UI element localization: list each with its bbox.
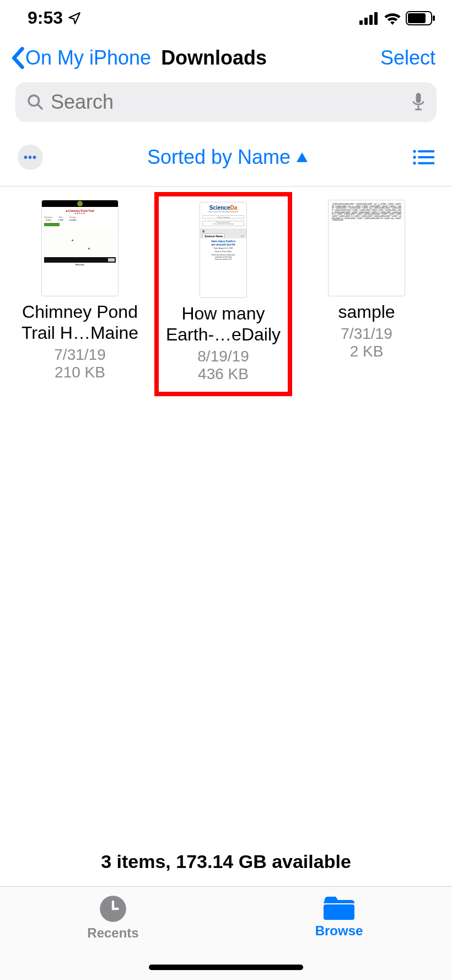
sort-ascending-icon	[296, 152, 308, 163]
status-time: 9:53	[28, 8, 63, 28]
svg-rect-0	[359, 20, 363, 25]
search-icon	[26, 93, 44, 111]
sort-row: ••• Sorted by Name	[0, 130, 452, 185]
svg-rect-6	[433, 15, 435, 21]
file-thumbnail: "\u0000\u0000\u0000\u0000" "\u0000\u0000…	[328, 200, 405, 296]
wifi-icon	[384, 12, 401, 25]
sort-label-text: Sorted by Name	[147, 146, 290, 169]
svg-rect-2	[369, 15, 373, 25]
file-item-sample[interactable]: "\u0000\u0000\u0000\u0000" "\u0000\u0000…	[298, 200, 435, 396]
back-button[interactable]: On My iPhone	[25, 46, 151, 70]
svg-rect-19	[324, 904, 354, 920]
search-field[interactable]	[15, 82, 437, 122]
svg-line-8	[38, 105, 42, 109]
svg-rect-1	[364, 18, 368, 25]
clock-icon	[99, 894, 127, 923]
location-icon	[67, 11, 82, 25]
file-item-how-many-earth[interactable]: ScienceDa Your source for the latest res…	[154, 192, 292, 396]
file-name: Chimney Pond Trail H…Maine	[11, 302, 149, 344]
page-title: Downloads	[161, 46, 267, 70]
microphone-icon[interactable]	[411, 92, 426, 112]
svg-point-16	[413, 162, 416, 164]
svg-point-12	[413, 150, 416, 153]
file-date: 7/31/19	[54, 346, 105, 364]
storage-summary: 3 items, 173.14 GB available	[0, 851, 452, 872]
file-size: 210 KB	[55, 364, 105, 381]
svg-rect-9	[416, 93, 421, 103]
file-size: 2 KB	[350, 343, 384, 360]
battery-icon	[406, 11, 435, 25]
select-button[interactable]: Select	[380, 46, 441, 70]
svg-point-14	[413, 156, 416, 158]
file-grid: ■ Chimney Pond Trail ★★★★★ Distance3.3mi…	[0, 187, 452, 409]
sort-button[interactable]: Sorted by Name	[43, 146, 412, 169]
file-size: 436 KB	[198, 365, 249, 383]
file-date: 8/19/19	[197, 348, 249, 365]
file-item-chimney-pond[interactable]: ■ Chimney Pond Trail ★★★★★ Distance3.3mi…	[11, 200, 149, 396]
ellipsis-icon: •••	[24, 151, 37, 164]
file-thumbnail: ■ Chimney Pond Trail ★★★★★ Distance3.3mi…	[41, 200, 119, 296]
home-indicator[interactable]	[149, 965, 303, 970]
list-view-icon[interactable]	[412, 149, 434, 166]
svg-rect-5	[408, 13, 426, 23]
file-name: sample	[336, 302, 397, 323]
more-button[interactable]: •••	[18, 145, 43, 170]
back-chevron-icon[interactable]	[11, 47, 24, 69]
status-bar: 9:53	[0, 0, 452, 36]
svg-rect-3	[374, 12, 378, 25]
cellular-icon	[359, 12, 379, 25]
file-date: 7/31/19	[341, 325, 392, 343]
nav-bar: On My iPhone Downloads Select	[0, 36, 452, 80]
tab-label: Recents	[87, 925, 138, 941]
search-container	[0, 80, 452, 130]
tab-label: Browse	[315, 923, 363, 939]
file-thumbnail: ScienceDa Your source for the latest res…	[200, 202, 247, 298]
search-input[interactable]	[51, 90, 405, 114]
folder-icon	[324, 894, 354, 921]
file-name: How many Earth-…eDaily	[162, 303, 284, 345]
